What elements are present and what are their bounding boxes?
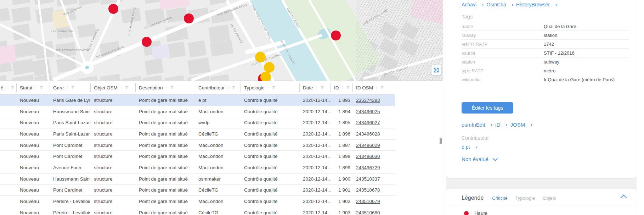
tag-value: STIF - 12/2016 [544, 50, 575, 56]
cell-statut: Nouveau [16, 131, 50, 137]
table-row[interactable]: NouveauHaussmann Saint-LazarestructurePo… [0, 173, 395, 185]
map-marker-yellow[interactable] [255, 52, 266, 62]
legend-tab-typologie[interactable]: Typologie [515, 195, 535, 201]
table-row[interactable]: NouveauParis Saint-LazarestructurePoint … [0, 128, 395, 140]
filter-icon[interactable] [11, 86, 15, 89]
column-header-statut[interactable]: Statut↑ [16, 81, 50, 94]
cell-gare: Haussmann Saint-Lazare [50, 176, 90, 182]
edit-tags-button[interactable]: Éditer les tags [462, 102, 513, 114]
breadcrumb-link-historybrowser[interactable]: HistoryBrowser [516, 2, 550, 7]
map-marker-red[interactable] [142, 37, 152, 47]
table-row[interactable]: NouveauPont CardinetstructurePoint de ga… [0, 151, 395, 162]
filter-icon[interactable] [380, 86, 384, 89]
cell-date: 2020-12-14... [299, 120, 331, 125]
filter-icon[interactable] [232, 86, 236, 89]
cell-typologie: Contrôle qualité [241, 131, 299, 137]
osm-id-link[interactable]: 243510680 [356, 210, 380, 215]
map-marker-yellow[interactable] [264, 62, 275, 73]
cell-id: 1 893 [331, 98, 352, 103]
editor-link-osminedit[interactable]: osmInEdit [462, 122, 485, 128]
column-header-label: Objet OSM [94, 85, 118, 90]
map-marker-red[interactable] [108, 4, 118, 14]
osm-id-link[interactable]: 243510679 [356, 199, 380, 204]
cell-gare: Paris Saint-Lazare [50, 131, 90, 137]
table-row[interactable]: NouveauPéreire - LevalloisstructurePoint… [0, 207, 395, 215]
osm-id-link[interactable]: 243510337 [356, 176, 380, 182]
tag-key: type:RATP [462, 68, 544, 73]
fullscreen-button[interactable] [431, 65, 441, 75]
table-scrollbar-thumb[interactable] [440, 138, 442, 144]
contributor-link[interactable]: e pt [462, 144, 470, 150]
map-marker-yellow[interactable] [260, 72, 271, 81]
map-marker-red[interactable] [331, 31, 341, 40]
cell-objet: structure [90, 98, 135, 103]
column-header-id[interactable]: ID↑ [331, 81, 352, 94]
table-row[interactable]: NouveauParis Gare de LyonstructurePoint … [0, 95, 395, 106]
tag-value: fr:Quai de la Gare (métro de Paris) [544, 77, 615, 82]
chevron-up-icon[interactable] [620, 194, 627, 201]
cell-objet: structure [90, 109, 135, 114]
column-header-id_osm[interactable]: ID OSM↑ [352, 81, 395, 94]
breadcrumb-link-achavi[interactable]: Achavi [462, 2, 476, 7]
table-row[interactable]: NouveauAvenue FochstructurePoint de gare… [0, 162, 395, 173]
sort-icon[interactable]: ↑ [316, 85, 318, 90]
table-row[interactable]: NouveauPont CardinetstructurePoint de ga… [0, 185, 395, 196]
sort-icon[interactable]: ↑ [6, 85, 8, 90]
table-row[interactable]: NouveauHaussmann Saint-LazarestructurePo… [0, 106, 395, 117]
sort-icon[interactable]: ↑ [375, 85, 378, 90]
cell-gare: Pont Cardinet [50, 143, 90, 148]
tag-row: ref:FR:RATP1742 [462, 40, 629, 49]
legend-tab-objets[interactable]: Objets [543, 195, 556, 201]
table-row[interactable]: NouveauPéreire - LevalloisstructurePoint… [0, 196, 395, 207]
osm-id-link[interactable]: 243496029 [356, 143, 380, 148]
column-header-contributeur[interactable]: Contributeur↑ [195, 81, 241, 94]
editor-link-id[interactable]: iD [495, 122, 500, 128]
cell-id: 1 895 [331, 120, 352, 125]
cell-description: Point de gare mal situé [135, 187, 195, 193]
map-marker-red[interactable] [184, 13, 194, 23]
filter-icon[interactable] [272, 86, 276, 89]
cell-contributeur: CécileTG [195, 187, 241, 193]
sort-icon[interactable]: ↑ [35, 85, 37, 90]
osm-id-link[interactable]: 243496028 [356, 131, 380, 137]
filter-icon[interactable] [170, 86, 174, 89]
review-status-dropdown[interactable]: Non évalué [462, 156, 498, 162]
filter-icon[interactable] [346, 86, 350, 89]
column-header-gare[interactable]: Gare↑ [50, 81, 90, 94]
sort-icon[interactable]: ↑ [227, 85, 229, 90]
osm-id-link[interactable]: 243496025 [356, 109, 380, 114]
table-row[interactable]: NouveauParis Saint-LazarestructurePoint … [0, 117, 395, 128]
cell-date: 2020-12-14... [299, 98, 331, 103]
map-building-block [13, 42, 36, 58]
column-header-hidden[interactable]: é↑ [0, 81, 16, 94]
sort-icon[interactable]: ↑ [165, 85, 168, 90]
editor-link-josm[interactable]: JOSM [510, 122, 525, 128]
column-header-typologie[interactable]: Typologie↑ [241, 81, 299, 94]
legend-tab-criticit-[interactable]: Criticité [492, 195, 507, 201]
filter-icon[interactable] [125, 86, 129, 89]
column-header-objet[interactable]: Objet OSM↑ [90, 81, 135, 94]
cell-contributeur: wvdp [195, 120, 241, 125]
osm-id-link[interactable]: 243510678 [356, 187, 380, 193]
sort-icon[interactable]: ↑ [120, 85, 122, 90]
sort-icon[interactable]: ↑ [267, 85, 269, 90]
osm-id-link[interactable]: 235374383 [356, 98, 380, 103]
filter-icon[interactable] [320, 86, 324, 89]
breadcrumb-link-osmcha[interactable]: OsmCha [486, 2, 506, 7]
sort-icon[interactable]: ↑ [66, 85, 68, 90]
sort-icon[interactable]: ↑ [341, 85, 344, 90]
tag-row: type:RATPmetro [462, 66, 629, 75]
map-canvas[interactable]: LES GOBELINS13E ARRONDISSEMENTBD VINCENT… [0, 0, 445, 81]
map-building-block [145, 59, 164, 75]
cell-contributeur: MacLondon [195, 165, 241, 170]
divider [446, 205, 637, 205]
column-header-description[interactable]: Description↑ [135, 81, 195, 94]
table-row[interactable]: NouveauPont CardinetstructurePoint de ga… [0, 140, 395, 151]
osm-id-link[interactable]: 243496027 [356, 120, 380, 125]
osm-id-link[interactable]: 243496729 [356, 165, 380, 170]
osm-id-link[interactable]: 243496030 [356, 154, 380, 159]
filter-icon[interactable] [71, 86, 75, 89]
column-header-date[interactable]: Date↑ [299, 81, 331, 94]
cell-description: Point de gare mal situé [135, 131, 195, 137]
filter-icon[interactable] [39, 86, 43, 89]
